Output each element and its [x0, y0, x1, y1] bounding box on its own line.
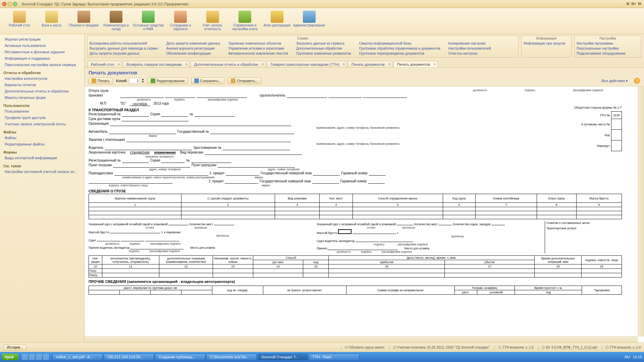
nav-employees[interactable]: Сотрудники и зарплата [164, 9, 197, 33]
status-item[interactable]: ⓘ Обновить курсы валют [341, 345, 385, 350]
info-link[interactable]: Информация при запуске [524, 41, 569, 46]
tab[interactable]: Возвраты товаров поставщикам✕ [123, 61, 190, 67]
nav-purchases[interactable]: Покупки и продажи [68, 9, 100, 33]
monitor-icon [303, 11, 316, 23]
nav-assets[interactable]: Основные средства и НМА [132, 9, 164, 33]
service-link[interactable]: Блокировка работы пользователей [90, 41, 158, 46]
service-link[interactable]: Обновление конфигурации [166, 51, 220, 56]
sidebar-item[interactable]: Активные пользователи [0, 43, 84, 49]
nav-desktop[interactable]: Рабочий стол [3, 9, 36, 33]
sidebar-item[interactable]: Регламентные и фоновые задания [0, 49, 84, 55]
send-icon [231, 78, 235, 83]
language-indicator[interactable]: RU [625, 355, 630, 359]
sidebar-item[interactable]: Макеты печатных форм [0, 95, 84, 101]
all-actions-link[interactable]: Все действия ▾ [602, 79, 628, 83]
nav-nomenclature[interactable]: Номенклатура и склад [100, 9, 132, 33]
sidebar-item[interactable]: Информация и поддержка [0, 55, 84, 62]
service-link[interactable]: Групповое перепроведение документов [359, 51, 440, 56]
close-tab-icon[interactable]: ✕ [185, 62, 188, 66]
sidebar-item[interactable]: Пользователи [0, 108, 84, 115]
horizontal-scrollbar[interactable] [85, 337, 638, 343]
service-link[interactable]: Выгрузить данные для перехода в сервис [90, 46, 158, 51]
tab[interactable]: Дополнительные отчеты и обработки✕ [191, 61, 266, 67]
edit-button[interactable]: Редактирование [148, 77, 188, 84]
close-icon[interactable] [2, 2, 7, 6]
quicklaunch-icon[interactable] [43, 354, 49, 360]
help-button[interactable]: ? [634, 78, 640, 84]
maximize-icon[interactable] [13, 2, 17, 6]
status-item[interactable]: ⓘ ТТН внешняя, v. 1.0 [494, 345, 533, 350]
close-tab-icon[interactable]: ✕ [388, 62, 391, 66]
taskbar-task[interactable]: Золотой Стандарт Т... [258, 354, 308, 360]
sidebar-item[interactable]: Профили групп доступа [0, 115, 84, 121]
tab[interactable]: Печать документов✕ [348, 61, 392, 67]
status-item[interactable]: ⓘ ТТН внешняя, v. 1.0 [602, 345, 641, 350]
sidebar-item[interactable]: Файлы [0, 135, 84, 141]
service-link[interactable]: Автоматическое извлечение текстов [228, 51, 288, 56]
clock[interactable]: 13:15 [633, 355, 642, 359]
status-item[interactable]: ⓘ Учетная политика: 01.01.2013, ООО "ТД … [389, 345, 490, 350]
settings-link[interactable]: Персональные настройки [577, 46, 639, 51]
service-link[interactable]: Даты запрета изменения данных [166, 41, 220, 46]
sidebar-item[interactable]: Дополнительные отчеты и обработки [0, 88, 84, 95]
service-link[interactable]: Настройки пользователей [448, 46, 491, 51]
sidebar-item[interactable]: Редактируемые файлы [0, 141, 84, 147]
print-button[interactable]: Печать [89, 77, 113, 84]
quicklaunch-icon[interactable] [22, 354, 28, 360]
tab[interactable]: Печать документов✕ [393, 61, 438, 67]
vertical-scrollbar[interactable] [638, 86, 644, 337]
save-button[interactable]: Сохранить... [191, 77, 225, 84]
other-info-table: расст. перевозки по группам дорог, км ко… [89, 286, 622, 295]
quicklaunch-icon[interactable] [29, 354, 35, 360]
service-link[interactable]: Свертка информационной базы [359, 41, 440, 46]
service-link[interactable]: Групповое изменение реквизитов [296, 51, 351, 56]
sidebar-item[interactable]: Варианты отчетов [0, 82, 84, 88]
nav-alcohol[interactable]: Алко декларация [261, 9, 293, 33]
sidebar-item[interactable]: Настройки системной учетной записи эл... [0, 169, 84, 175]
tab[interactable]: Товарно-транспортная накладная (ТТН)✕ [267, 61, 347, 67]
service-link[interactable]: Групповая обработка справочников и докум… [359, 46, 440, 51]
service-link[interactable]: Удаление помеченных объектов [228, 41, 288, 46]
settings-link[interactable]: Подключаемое оборудование [577, 51, 639, 56]
close-tab-icon[interactable]: ✕ [261, 62, 264, 66]
settings-link[interactable]: Настройки программы [577, 41, 639, 46]
close-tab-icon[interactable]: ✕ [433, 62, 436, 66]
service-link[interactable]: Управление итогами и агрегатами [228, 46, 288, 51]
service-link[interactable]: Дополнительные обработки [296, 46, 351, 51]
nav-bank[interactable]: Банк и касса [36, 9, 68, 33]
taskbar-task[interactable]: ТТН - Paint [309, 354, 359, 360]
taskbar-task[interactable]: million_v_seti.pdf - A... [52, 354, 103, 360]
taskbar-task[interactable]: C:\Documents and Se... [206, 354, 257, 360]
spinner-icon[interactable]: ▲▼ [142, 78, 144, 83]
nav-accounting[interactable]: Учет, налоги, отчетность [197, 9, 229, 33]
start-button[interactable]: пуск [2, 354, 18, 360]
quicklaunch-icon[interactable] [36, 354, 42, 360]
history-button[interactable]: История... [3, 345, 26, 350]
nav-references[interactable]: Справочники и настройки учета [229, 9, 261, 33]
service-link[interactable]: Копирование настроек [448, 41, 491, 46]
calc-m[interactable]: M [627, 2, 629, 6]
service-link[interactable]: Даты запрета загрузки данных [90, 51, 158, 56]
sidebar-item[interactable]: Журнал регистрации [0, 36, 84, 43]
taskbar-task[interactable]: 195.211.103.119:33... [104, 354, 154, 360]
calc-mminus[interactable]: M- [638, 2, 642, 6]
sidebar-item[interactable]: Настройка колонтитулов [0, 75, 84, 82]
service-link[interactable]: Анализ журнала регистрации [166, 46, 220, 51]
close-tab-icon[interactable]: ✕ [342, 62, 345, 66]
taskbar-task[interactable]: Создание публикац... [155, 354, 205, 360]
send-button[interactable]: Отправить... [228, 77, 261, 84]
window-buttons [2, 2, 17, 6]
sidebar-item[interactable]: Персональная настройка прокси сервера [0, 62, 84, 68]
nav-admin[interactable]: Администрирование [293, 9, 325, 33]
service-link[interactable]: Очистка настроек [448, 51, 491, 56]
sidebar-item[interactable]: Виды контактной информации [0, 155, 84, 161]
tab[interactable]: Рабочий стол✕ [87, 61, 122, 67]
service-link[interactable]: Загрузить данные из сервиса [296, 41, 351, 46]
document-viewport[interactable]: Отпуск груза произвел грузополучатель до… [85, 86, 638, 337]
close-tab-icon[interactable]: ✕ [117, 62, 120, 66]
copies-input[interactable] [129, 78, 140, 84]
sidebar-item[interactable]: Учетные записи электронной почты [0, 121, 84, 127]
minimize-icon[interactable] [7, 2, 12, 6]
status-item[interactable]: ⓘ БУ 3.0:УФ_ВПФ_ТТН_1_0 (1).epf [538, 345, 597, 350]
calc-mplus[interactable]: M+ [631, 2, 636, 6]
